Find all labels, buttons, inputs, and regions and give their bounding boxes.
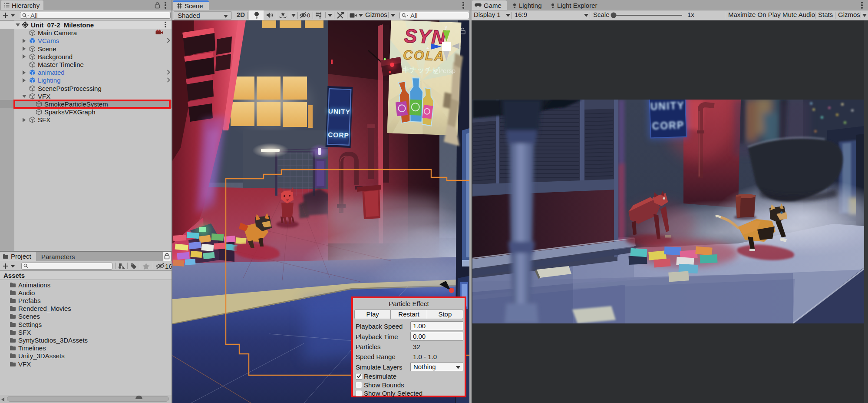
svg-text:z: z xyxy=(426,44,429,50)
svg-text:0: 0 xyxy=(307,12,310,19)
svg-text:y: y xyxy=(445,23,448,30)
svg-text:Persp: Persp xyxy=(439,67,455,74)
